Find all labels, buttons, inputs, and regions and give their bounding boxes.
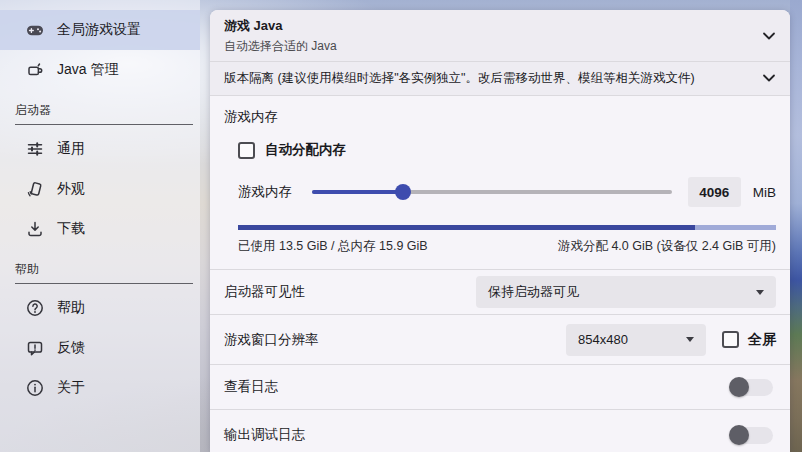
sidebar-item-appearance[interactable]: 外观 <box>0 169 200 209</box>
debug-log-row: 输出调试日志 <box>210 410 790 452</box>
launcher-visibility-select[interactable]: 保持启动器可见 <box>476 276 776 308</box>
window-resolution-row: 游戏窗口分辨率 854x480 全屏 <box>210 315 790 365</box>
memory-usage-bar <box>238 225 776 230</box>
sidebar-item-label: 下载 <box>57 220 85 238</box>
memory-slider[interactable] <box>312 184 672 200</box>
sidebar-section-launcher: 启动器 <box>15 102 193 125</box>
sidebar-item-label: 反馈 <box>57 339 85 357</box>
sidebar-item-label: 通用 <box>57 140 85 158</box>
view-log-label: 查看日志 <box>224 378 278 396</box>
debug-log-label: 输出调试日志 <box>224 426 305 444</box>
toggle-knob <box>729 377 749 397</box>
about-info-icon <box>26 379 44 397</box>
sidebar-item-feedback[interactable]: 反馈 <box>0 328 200 368</box>
memory-used-fill <box>238 225 695 230</box>
game-java-expander[interactable]: 游戏 Java 自动选择合适的 Java <box>210 10 790 62</box>
toggle-knob <box>729 425 749 445</box>
auto-memory-label: 自动分配内存 <box>265 141 346 159</box>
feedback-bubble-icon <box>26 339 44 357</box>
dropdown-arrow-icon <box>756 290 764 295</box>
fullscreen-group: 全屏 <box>722 331 776 349</box>
settings-panel: 游戏 Java 自动选择合适的 Java 版本隔离 (建议使用模组时选择"各实例… <box>210 10 790 452</box>
sidebar-item-global-game-settings[interactable]: 全局游戏设置 <box>0 10 200 50</box>
download-icon <box>26 220 44 238</box>
chevron-down-icon <box>762 72 776 86</box>
sidebar-item-label: 帮助 <box>57 299 85 317</box>
auto-memory-checkbox[interactable] <box>238 142 255 159</box>
memory-unit-label: MiB <box>753 185 776 200</box>
launcher-visibility-row: 启动器可见性 保持启动器可见 <box>210 270 790 315</box>
view-log-row: 查看日志 <box>210 365 790 410</box>
fullscreen-label: 全屏 <box>748 331 776 349</box>
sidebar-item-label: 外观 <box>57 180 85 198</box>
sidebar-item-help[interactable]: 帮助 <box>0 288 200 328</box>
sidebar-item-label: 全局游戏设置 <box>57 21 141 39</box>
chevron-down-icon <box>762 27 776 45</box>
help-circle-icon <box>26 299 44 317</box>
sidebar-item-general[interactable]: 通用 <box>0 129 200 169</box>
fullscreen-checkbox[interactable] <box>722 331 739 348</box>
memory-section-title: 游戏内存 <box>224 108 776 126</box>
sidebar: 全局游戏设置 Java 管理 启动器 通用 <box>0 0 200 452</box>
gamepad-icon <box>26 21 44 39</box>
game-java-title: 游戏 Java <box>224 17 337 35</box>
memory-usage-captions: 已使用 13.5 GiB / 总内存 15.9 GiB 游戏分配 4.0 GiB… <box>238 238 776 255</box>
sidebar-section-help: 帮助 <box>15 261 193 284</box>
sidebar-item-label: 关于 <box>57 379 85 397</box>
appearance-phone-icon <box>26 180 44 198</box>
launcher-settings-window: 全局游戏设置 Java 管理 启动器 通用 <box>0 0 802 452</box>
launcher-visibility-label: 启动器可见性 <box>224 283 305 301</box>
memory-allocated-caption: 游戏分配 4.0 GiB (设备仅 2.4 GiB 可用) <box>558 238 776 255</box>
memory-slider-label: 游戏内存 <box>238 183 312 201</box>
launcher-visibility-value: 保持启动器可见 <box>488 283 579 301</box>
sidebar-item-about[interactable]: 关于 <box>0 368 200 408</box>
version-isolation-expander[interactable]: 版本隔离 (建议使用模组时选择"各实例独立"。改后需移动世界、模组等相关游戏文件… <box>210 62 790 96</box>
sidebar-item-download[interactable]: 下载 <box>0 209 200 249</box>
slider-fill <box>312 190 403 194</box>
wallpaper-right-strip <box>790 0 802 452</box>
slider-thumb[interactable] <box>395 184 411 200</box>
memory-used-caption: 已使用 13.5 GiB / 总内存 15.9 GiB <box>238 238 428 255</box>
auto-memory-row: 自动分配内存 <box>238 141 776 159</box>
window-resolution-select[interactable]: 854x480 <box>566 324 706 356</box>
sidebar-item-java-management[interactable]: Java 管理 <box>0 50 200 90</box>
dropdown-arrow-icon <box>686 337 694 342</box>
game-java-text: 游戏 Java 自动选择合适的 Java <box>224 17 337 55</box>
window-resolution-value: 854x480 <box>578 332 628 347</box>
memory-slider-row: 游戏内存 4096 MiB <box>238 177 776 207</box>
sidebar-item-label: Java 管理 <box>57 61 118 79</box>
java-cup-icon <box>26 61 44 79</box>
version-isolation-title: 版本隔离 (建议使用模组时选择"各实例独立"。改后需移动世界、模组等相关游戏文件… <box>224 70 695 87</box>
view-log-toggle[interactable] <box>731 379 773 396</box>
window-resolution-label: 游戏窗口分辨率 <box>224 331 319 349</box>
game-java-subtitle: 自动选择合适的 Java <box>224 38 337 55</box>
debug-log-toggle[interactable] <box>731 427 773 444</box>
tune-icon <box>26 140 44 158</box>
game-memory-section: 游戏内存 自动分配内存 游戏内存 4096 MiB 已使用 13.5 GiB <box>210 96 790 270</box>
memory-value-field[interactable]: 4096 <box>688 177 741 207</box>
